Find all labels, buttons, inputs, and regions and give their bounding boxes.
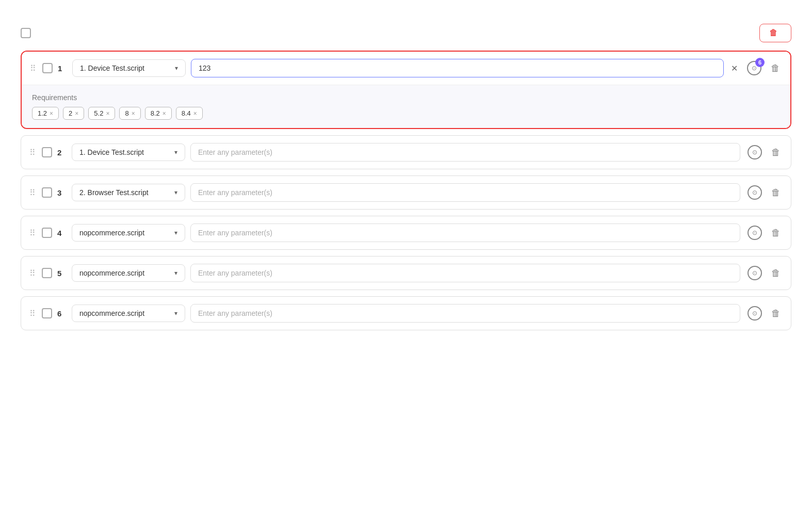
chevron-down-icon: ▾ — [174, 189, 177, 196]
remove-tag-button[interactable]: × — [50, 110, 53, 117]
params-input[interactable] — [190, 264, 740, 282]
params-input[interactable] — [190, 143, 740, 162]
trash-icon: 🗑 — [769, 28, 777, 38]
page-container: 🗑 ⠿ 1 1. Device Test.script ▾ ✕ ⊙ 6 🗑 — [21, 24, 791, 330]
requirement-tag: 2 × — [63, 107, 84, 120]
tag-value: 8 — [125, 109, 128, 117]
requirement-tag: 1.2 × — [32, 107, 59, 120]
remove-tag-button[interactable]: × — [163, 110, 166, 117]
schedule-icon: ⊙ — [748, 145, 762, 159]
params-input[interactable] — [190, 223, 740, 242]
script-name: nopcommerce.script — [79, 309, 144, 317]
row-checkbox[interactable] — [42, 268, 52, 278]
row-checkbox[interactable] — [42, 63, 53, 73]
script-dropdown[interactable]: 2. Browser Test.script ▾ — [72, 184, 185, 201]
tag-value: 2 — [69, 109, 72, 117]
script-row: ⠿ 5 nopcommerce.script ▾ ⊙ 🗑 — [21, 256, 791, 290]
params-input[interactable] — [190, 183, 740, 202]
script-dropdown[interactable]: 1. Device Test.script ▾ — [72, 59, 186, 77]
remove-tag-button[interactable]: × — [132, 110, 135, 117]
script-name: 1. Device Test.script — [79, 148, 144, 156]
remove-tag-button[interactable]: × — [193, 110, 197, 117]
script-dropdown[interactable]: nopcommerce.script ▾ — [72, 224, 185, 242]
script-name: 2. Browser Test.script — [79, 188, 149, 197]
requirements-tags: 1.2 × 2 × 5.2 × — [32, 107, 780, 120]
remove-all-button[interactable]: 🗑 — [759, 24, 791, 42]
chevron-down-icon: ▾ — [175, 65, 178, 72]
active-script-block: ⠿ 1 1. Device Test.script ▾ ✕ ⊙ 6 🗑 Requ… — [21, 51, 791, 129]
chevron-down-icon: ▾ — [174, 310, 177, 317]
schedule-button[interactable]: ⊙ 6 — [745, 59, 764, 77]
schedule-button[interactable]: ⊙ — [745, 183, 764, 202]
chevron-down-icon: ▾ — [174, 229, 177, 236]
script-name: nopcommerce.script — [79, 269, 144, 277]
tag-value: 8.4 — [182, 109, 191, 117]
row-number: 3 — [57, 188, 67, 197]
schedule-icon: ⊙ — [748, 185, 762, 200]
drag-handle-icon[interactable]: ⠿ — [29, 228, 35, 238]
schedule-button[interactable]: ⊙ — [745, 223, 764, 242]
delete-row-button[interactable]: 🗑 — [769, 266, 783, 281]
tag-value: 8.2 — [151, 109, 160, 117]
remove-tag-button[interactable]: × — [106, 110, 109, 117]
clear-input-button[interactable]: ✕ — [729, 63, 740, 73]
requirement-tag: 8.4 × — [176, 107, 203, 120]
requirement-tag: 8.2 × — [145, 107, 172, 120]
params-input[interactable] — [190, 304, 740, 323]
delete-row-button[interactable]: 🗑 — [769, 185, 783, 200]
script-name: 1. Device Test.script — [80, 64, 144, 72]
drag-handle-icon[interactable]: ⠿ — [29, 309, 35, 318]
schedule-icon: ⊙ — [748, 266, 762, 280]
script-row: ⠿ 2 1. Device Test.script ▾ ⊙ 🗑 — [21, 135, 791, 169]
schedule-button[interactable]: ⊙ — [745, 304, 764, 323]
scripts-list: ⠿ 1 1. Device Test.script ▾ ✕ ⊙ 6 🗑 Requ… — [21, 51, 791, 330]
row-checkbox[interactable] — [42, 187, 52, 198]
requirement-tag: 5.2 × — [88, 107, 115, 120]
drag-handle-icon[interactable]: ⠿ — [29, 268, 35, 278]
row-checkbox[interactable] — [42, 147, 52, 157]
script-name: nopcommerce.script — [79, 229, 144, 237]
script-row: ⠿ 6 nopcommerce.script ▾ ⊙ 🗑 — [21, 296, 791, 330]
row-checkbox[interactable] — [42, 228, 52, 238]
delete-row-button[interactable]: 🗑 — [769, 61, 782, 76]
delete-row-button[interactable]: 🗑 — [769, 226, 783, 241]
params-input[interactable] — [191, 59, 724, 77]
script-row: ⠿ 1 1. Device Test.script ▾ ✕ ⊙ 6 🗑 — [22, 52, 790, 85]
requirements-panel: Requirements 1.2 × 2 × — [22, 85, 790, 128]
script-dropdown[interactable]: nopcommerce.script ▾ — [72, 305, 185, 322]
delete-row-button[interactable]: 🗑 — [769, 306, 783, 321]
row-number: 5 — [57, 269, 67, 278]
requirements-label: Requirements — [32, 93, 780, 102]
tag-value: 1.2 — [38, 109, 47, 117]
select-all-checkbox[interactable] — [21, 28, 31, 38]
delete-row-button[interactable]: 🗑 — [769, 145, 783, 160]
schedule-icon: ⊙ — [748, 306, 762, 321]
row-number: 1 — [58, 64, 67, 73]
row-checkbox[interactable] — [42, 308, 52, 318]
header-row: 🗑 — [21, 24, 791, 42]
script-row: ⠿ 4 nopcommerce.script ▾ ⊙ 🗑 — [21, 216, 791, 250]
script-row: ⠿ 3 2. Browser Test.script ▾ ⊙ 🗑 — [21, 175, 791, 210]
chevron-down-icon: ▾ — [174, 149, 177, 156]
schedule-badge: 6 — [755, 58, 765, 67]
row-number: 4 — [57, 229, 67, 237]
schedule-button[interactable]: ⊙ — [745, 264, 764, 282]
requirement-tag: 8 × — [119, 107, 140, 120]
script-dropdown[interactable]: 1. Device Test.script ▾ — [72, 143, 185, 161]
schedule-icon: ⊙ — [748, 226, 762, 240]
row-number: 2 — [57, 148, 67, 157]
script-dropdown[interactable]: nopcommerce.script ▾ — [72, 264, 185, 282]
schedule-button[interactable]: ⊙ — [745, 143, 764, 162]
row-number: 6 — [57, 309, 67, 318]
remove-tag-button[interactable]: × — [75, 110, 78, 117]
chevron-down-icon: ▾ — [174, 269, 177, 277]
drag-handle-icon[interactable]: ⠿ — [29, 188, 35, 198]
tag-value: 5.2 — [94, 109, 103, 117]
drag-handle-icon[interactable]: ⠿ — [30, 63, 35, 73]
drag-handle-icon[interactable]: ⠿ — [29, 148, 35, 157]
